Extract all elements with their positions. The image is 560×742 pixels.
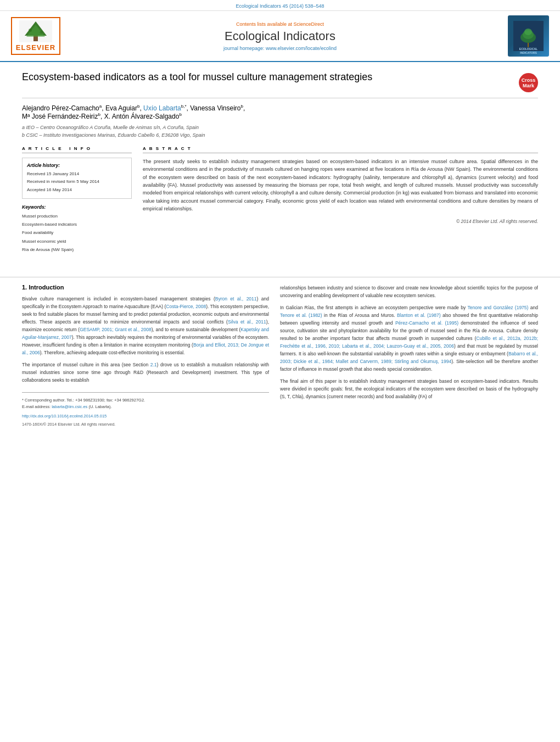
- elsevier-logo: ELSEVIER: [11, 17, 60, 55]
- tree-illustration: [19, 20, 52, 42]
- ref-section-21[interactable]: 2.1: [150, 362, 157, 367]
- keyword-2: Ecosystem-based indicators: [22, 220, 132, 228]
- author-fernandez: Mª José Fernández-Reirizb: [22, 113, 100, 120]
- ref-borja[interactable]: Borja and Elliot, 2013; De Jongue et al.…: [22, 342, 269, 355]
- left-meta-column: A R T I C L E I N F O Article history: R…: [22, 146, 132, 254]
- corresponding-author-note: * Corresponding author. Tel.: +34 986Z31…: [22, 397, 269, 404]
- keywords-list: Mussel production Ecosystem-based indica…: [22, 212, 132, 254]
- abstract-column: A B S T R A C T The present study seeks …: [143, 146, 538, 254]
- journal-homepage: journal homepage: www.elsevier.com/locat…: [60, 46, 500, 51]
- journal-header: ELSEVIER Contents lists available at Sci…: [0, 11, 560, 62]
- svg-point-5: [40, 31, 43, 34]
- article-history-block: Article history: Received 15 January 201…: [22, 158, 132, 199]
- crossmark-label: CrossMark: [522, 77, 536, 88]
- ref-cubillo[interactable]: Cubillo et al., 2012a, 2012b; Frechétte …: [280, 336, 538, 349]
- ref-tenore1982[interactable]: Tenore et al. (1982): [280, 313, 322, 318]
- elsevier-logo-box: ELSEVIER: [11, 17, 60, 55]
- intro-para-1: Bivalve culture management is included i…: [22, 295, 269, 356]
- body-left-column: 1. Introduction Bivalve culture manageme…: [22, 284, 269, 428]
- issn-line: 1470-160X/© 2014 Elsevier Ltd. All right…: [22, 421, 269, 428]
- copyright-line: © 2014 Elsevier Ltd. All rights reserved…: [143, 219, 538, 224]
- article-meta-section: A R T I C L E I N F O Article history: R…: [22, 146, 538, 254]
- ref-tenore1975[interactable]: Tenore and González (1975): [468, 305, 529, 310]
- keyword-4: Mussel economic yield: [22, 237, 132, 246]
- svg-point-9: [524, 29, 532, 35]
- ref-byron[interactable]: Byron et al., 2011: [215, 296, 257, 302]
- keyword-1: Mussel production: [22, 212, 132, 220]
- eco-logo-text: ECOLOGICAL INDICATORS: [519, 47, 537, 54]
- journal-citation: Ecological Indicators 45 (2014) 538–548: [236, 3, 324, 9]
- section-divider: [0, 277, 560, 277]
- journal-logo-right: ECOLOGICAL INDICATORS: [500, 15, 549, 57]
- email-note: E-mail address: labarta@iim.csic.es (U. …: [22, 404, 269, 410]
- author-alvarez: X. Antón Álvarez-Salgadob: [104, 113, 182, 120]
- revised-date: Received in revised form 5 May 2014: [27, 178, 127, 186]
- eco-indicators-logo: ECOLOGICAL INDICATORS: [508, 15, 549, 57]
- ref-blanton[interactable]: Blanton et al. (1987): [397, 313, 441, 318]
- intro-para-2: The importance of mussel culture in this…: [22, 361, 269, 384]
- right-para-3: The final aim of this paper is to establ…: [280, 377, 538, 400]
- affiliation-a: a IEO – Centro Oceanográfico A Coruña, M…: [22, 124, 538, 131]
- journal-top-bar: Ecological Indicators 45 (2014) 538–548: [0, 0, 560, 11]
- author-vinseiro: Vanessa Vinseirob: [190, 104, 243, 112]
- crossmark-badge: CrossMark: [519, 73, 538, 92]
- keyword-3: Food availability: [22, 228, 132, 237]
- sciencedirect-link-text[interactable]: ScienceDirect: [294, 21, 324, 27]
- ref-costa[interactable]: Costa-Pierce, 2008: [166, 304, 206, 309]
- keywords-label: Keywords:: [22, 204, 132, 210]
- homepage-link[interactable]: www.elsevier.com/locate/ecolind: [266, 46, 337, 51]
- right-para-1: relationships between industry and scien…: [280, 284, 538, 299]
- article-title-section: Ecosystem-based indicators as a tool for…: [22, 70, 538, 98]
- article-title: Ecosystem-based indicators as a tool for…: [22, 70, 372, 84]
- email-link[interactable]: labarta@iim.csic.es: [52, 404, 87, 409]
- journal-center: Contents lists available at ScienceDirec…: [60, 21, 500, 51]
- ref-gesamp[interactable]: GESAMP, 2001; Grant et al., 2008: [80, 327, 152, 332]
- svg-point-4: [29, 29, 32, 32]
- right-para-2: In Galician Rías, the first attempts in …: [280, 304, 538, 373]
- sciencedirect-line: Contents lists available at ScienceDirec…: [60, 21, 500, 27]
- author-aguiar: Eva Aguiarb: [105, 104, 140, 112]
- keywords-section: Keywords: Mussel production Ecosystem-ba…: [22, 204, 132, 254]
- ref-silva[interactable]: Silva et al., 2011: [228, 319, 266, 325]
- intro-title: 1. Introduction: [22, 284, 269, 291]
- received-date: Received 15 January 2014: [27, 170, 127, 178]
- article-history-label: Article history:: [27, 163, 127, 168]
- affiliation-b: b CSIC – Instituto Investigaciones Marin…: [22, 131, 538, 139]
- accepted-date: Accepted 16 May 2014: [27, 186, 127, 194]
- abstract-text: The present study seeks to establish ind…: [143, 158, 538, 213]
- article-content: Ecosystem-based indicators as a tool for…: [0, 62, 560, 270]
- ref-perez-camacho1995[interactable]: Pérez-Camacho et al. (1995): [395, 320, 458, 326]
- author-perez-camacho: Alejandro Pérez-Camachoa: [22, 104, 102, 112]
- footnote-area: * Corresponding author. Tel.: +34 986Z31…: [22, 392, 269, 428]
- page-wrapper: Ecological Indicators 45 (2014) 538–548 …: [0, 0, 560, 742]
- doi-text[interactable]: http://dx.doi.org/10.1016/j.ecolind.2014…: [22, 414, 107, 419]
- author-labarta: Uxío Labartab,*: [143, 104, 187, 112]
- abstract-header: A B S T R A C T: [143, 146, 538, 153]
- eco-logo-graphic: [513, 21, 544, 51]
- body-right-column: relationships between industry and scien…: [280, 284, 538, 428]
- doi-link: http://dx.doi.org/10.1016/j.ecolind.2014…: [22, 413, 269, 420]
- article-info-header: A R T I C L E I N F O: [22, 146, 132, 153]
- authors-line: Alejandro Pérez-Camachoa, Eva Aguiarb, U…: [22, 104, 538, 120]
- elsevier-wordmark: ELSEVIER: [15, 43, 56, 52]
- ref-babarro[interactable]: Babarro et al., 2003; Dickie et al., 198…: [280, 351, 538, 364]
- body-section: 1. Introduction Bivalve culture manageme…: [0, 284, 560, 428]
- journal-title-header: Ecological Indicators: [60, 29, 500, 43]
- affiliations: a IEO – Centro Oceanográfico A Coruña, M…: [22, 124, 538, 140]
- keyword-5: Ría de Arousa (NW Spain): [22, 246, 132, 254]
